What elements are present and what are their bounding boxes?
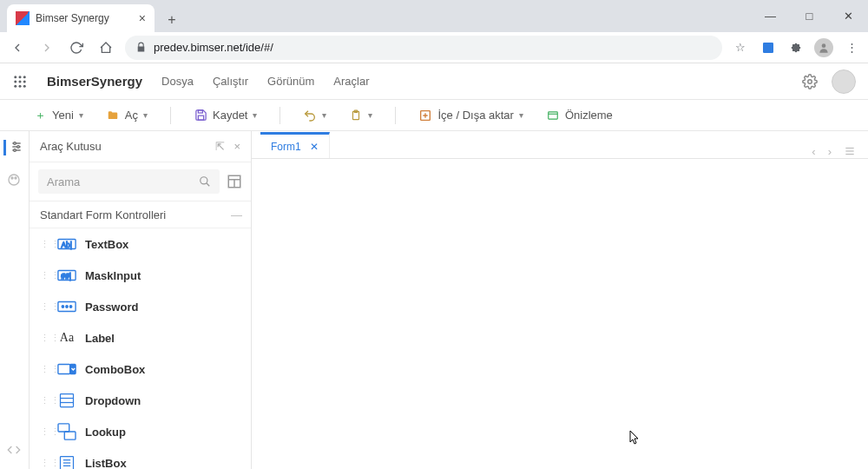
close-window-button[interactable]: ✕: [829, 0, 868, 32]
svg-point-23: [17, 146, 20, 149]
collapse-icon[interactable]: —: [231, 208, 240, 221]
profile-avatar[interactable]: [814, 38, 833, 57]
control-listbox[interactable]: ⋮⋮ ListBox: [30, 447, 251, 469]
separator: [395, 107, 396, 124]
control-textbox[interactable]: ⋮⋮ Ab| TextBox: [30, 228, 251, 260]
next-tab-icon[interactable]: ›: [828, 145, 832, 158]
svg-point-28: [201, 177, 207, 184]
svg-rect-41: [58, 365, 70, 374]
control-combobox[interactable]: ⋮⋮ ComboBox: [30, 353, 251, 385]
outline-icon[interactable]: [844, 145, 856, 157]
chevron-down-icon: ▾: [368, 110, 372, 120]
maximize-button[interactable]: □: [790, 0, 829, 32]
svg-rect-0: [763, 43, 773, 53]
svg-point-2: [14, 76, 16, 78]
svg-point-39: [66, 306, 68, 307]
password-icon: [57, 299, 76, 314]
apps-grid-icon[interactable]: [12, 74, 28, 89]
menu-tools[interactable]: Araçlar: [333, 75, 369, 88]
document-tab[interactable]: Form1 ✕: [260, 132, 330, 158]
extensions-icon[interactable]: [786, 38, 806, 57]
control-label[interactable]: ⋮⋮ Aa Label: [30, 322, 251, 353]
home-button[interactable]: [95, 37, 116, 58]
open-button[interactable]: Aç ▾: [106, 109, 148, 122]
tool-code-icon[interactable]: [7, 443, 23, 459]
control-label: ListBox: [85, 457, 127, 470]
preview-button[interactable]: Önizleme: [546, 109, 613, 122]
user-avatar[interactable]: [832, 69, 856, 94]
preview-icon: [546, 109, 560, 122]
chevron-down-icon: ▾: [322, 110, 326, 120]
svg-point-11: [808, 79, 812, 83]
save-label: Kaydet: [213, 109, 247, 122]
drag-handle-icon[interactable]: ⋮⋮: [40, 367, 49, 371]
control-label: Lookup: [85, 426, 126, 439]
svg-rect-47: [64, 432, 76, 439]
open-label: Aç: [125, 109, 138, 122]
drag-handle-icon[interactable]: ⋮⋮: [40, 336, 49, 340]
svg-rect-12: [198, 110, 202, 113]
svg-point-9: [19, 84, 22, 87]
kebab-menu-icon[interactable]: ⋮: [842, 38, 861, 57]
minimize-button[interactable]: —: [751, 0, 790, 32]
svg-point-10: [23, 84, 26, 87]
toolbox-search-input[interactable]: Arama: [38, 169, 220, 194]
document-tab-label: Form1: [271, 141, 301, 153]
new-button[interactable]: ＋ Yeni ▾: [33, 109, 83, 122]
control-maskinput[interactable]: ⋮⋮ ##| MaskInput: [30, 260, 251, 291]
forward-button[interactable]: [36, 37, 57, 58]
menu-file[interactable]: Dosya: [161, 75, 194, 88]
menu-run[interactable]: Çalıştır: [213, 75, 248, 88]
control-label: Label: [85, 332, 115, 345]
drag-handle-icon[interactable]: ⋮⋮: [40, 242, 49, 246]
window-controls: — □ ✕: [751, 0, 868, 32]
chevron-down-icon: ▾: [253, 110, 257, 120]
back-button[interactable]: [7, 37, 28, 58]
prev-tab-icon[interactable]: ‹: [812, 145, 815, 158]
listbox-icon: [57, 455, 76, 469]
settings-gear-icon[interactable]: [802, 74, 818, 89]
toolbox-search-row: Arama: [30, 162, 251, 201]
app-toolbar: ＋ Yeni ▾ Aç ▾ Kaydet ▾ ▾ ▾ İçe / Dışa ak: [0, 100, 868, 131]
import-export-button[interactable]: İçe / Dışa aktar ▾: [418, 109, 523, 122]
layout-icon[interactable]: [227, 174, 242, 189]
form-designer-canvas[interactable]: [252, 159, 868, 469]
browser-tab[interactable]: Bimser Synergy ×: [7, 4, 155, 32]
control-password[interactable]: ⋮⋮ Password: [30, 291, 251, 322]
svg-point-38: [62, 306, 63, 307]
drag-handle-icon[interactable]: ⋮⋮: [40, 461, 49, 465]
svg-point-25: [9, 175, 19, 185]
drag-handle-icon[interactable]: ⋮⋮: [40, 305, 49, 308]
save-button[interactable]: Kaydet ▾: [194, 109, 257, 122]
drag-handle-icon[interactable]: ⋮⋮: [40, 399, 49, 402]
close-icon[interactable]: ✕: [310, 141, 319, 153]
svg-point-22: [14, 142, 16, 145]
svg-point-7: [23, 80, 26, 83]
reload-button[interactable]: [66, 37, 87, 58]
svg-point-27: [15, 177, 16, 179]
undo-button[interactable]: ▾: [303, 109, 326, 122]
new-tab-button[interactable]: +: [160, 8, 184, 32]
control-lookup[interactable]: ⋮⋮ Lookup: [30, 416, 251, 447]
control-label: Dropdown: [85, 394, 141, 407]
control-dropdown[interactable]: ⋮⋮ Dropdown: [30, 385, 251, 416]
address-bar[interactable]: predev.bimser.net/ide/#/: [125, 36, 722, 60]
clipboard-button[interactable]: ▾: [349, 109, 372, 122]
translate-icon[interactable]: [759, 38, 778, 57]
tool-palette-icon[interactable]: [7, 173, 23, 188]
pin-icon[interactable]: ⇱: [215, 140, 225, 153]
close-icon[interactable]: ×: [139, 11, 146, 25]
browser-tab-title: Bimser Synergy: [36, 12, 109, 24]
menu-view[interactable]: Görünüm: [267, 75, 314, 88]
star-icon[interactable]: ☆: [731, 38, 750, 57]
drag-handle-icon[interactable]: ⋮⋮: [40, 430, 49, 433]
chevron-down-icon: ▾: [519, 110, 523, 120]
lock-icon: [135, 42, 147, 53]
maskinput-icon: ##|: [57, 268, 76, 283]
section-header[interactable]: Standart Form Kontrolleri —: [30, 201, 251, 228]
svg-point-5: [14, 80, 16, 83]
tool-settings-icon[interactable]: [3, 140, 19, 155]
close-icon[interactable]: ×: [233, 140, 240, 153]
svg-point-6: [19, 80, 22, 83]
drag-handle-icon[interactable]: ⋮⋮: [40, 274, 49, 277]
